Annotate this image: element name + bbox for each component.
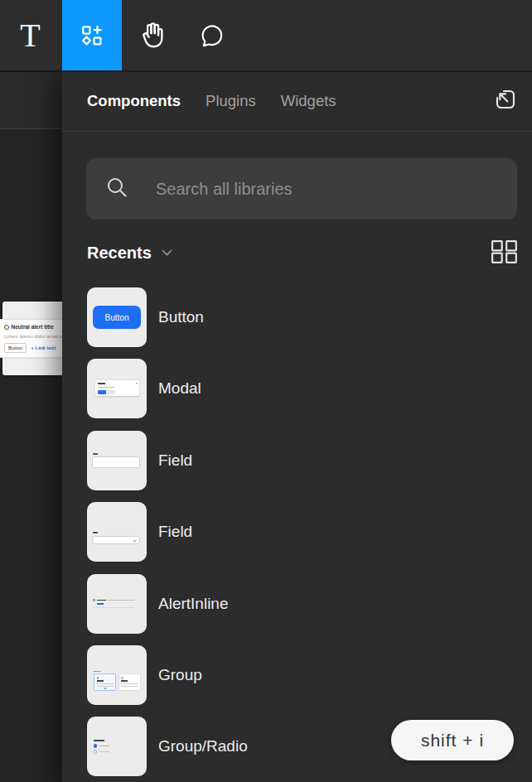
recents-list: Button Button Modal Field bbox=[87, 287, 248, 776]
item-label: Group bbox=[158, 666, 202, 684]
thumb-modal-preview bbox=[95, 380, 139, 396]
list-item-field-select[interactable]: Field bbox=[87, 502, 248, 562]
arrow-up-left-box-icon bbox=[492, 86, 519, 115]
toolbar: T bbox=[0, 0, 532, 70]
list-item-group-radio[interactable]: Group/Radio bbox=[87, 717, 248, 776]
comment-bubble-icon bbox=[199, 22, 226, 49]
search-input[interactable] bbox=[156, 180, 501, 199]
button-component-thumbnail: Button bbox=[87, 287, 147, 347]
group-radio-component-thumbnail bbox=[87, 717, 147, 776]
alert-link: + Link text bbox=[31, 345, 56, 350]
item-label: Button bbox=[158, 308, 204, 326]
figma-window: Neutral alert title Lorem ipsum dolor am… bbox=[0, 0, 532, 782]
list-item-modal[interactable]: Modal bbox=[87, 359, 248, 418]
text-tool-button[interactable]: T bbox=[0, 0, 60, 70]
comment-tool-button[interactable] bbox=[182, 0, 243, 70]
tab-components[interactable]: Components bbox=[87, 92, 181, 110]
group-component-thumbnail bbox=[87, 645, 147, 705]
shortcut-hint-badge: shift + i bbox=[391, 720, 514, 760]
text-tool-icon: T bbox=[20, 19, 40, 52]
item-label: Group/Radio bbox=[158, 737, 248, 755]
list-item-button[interactable]: Button Button bbox=[87, 287, 248, 347]
info-icon bbox=[4, 325, 9, 330]
shortcut-hint-text: shift + i bbox=[421, 731, 484, 751]
item-label: Modal bbox=[158, 379, 201, 398]
tab-plugins[interactable]: Plugins bbox=[206, 92, 256, 110]
item-label: Field bbox=[158, 523, 192, 541]
components-panel: Components Plugins Widgets bbox=[62, 70, 532, 782]
alert-title: Neutral alert title bbox=[12, 324, 54, 330]
components-assets-icon bbox=[80, 23, 104, 48]
section-title: Recents bbox=[87, 244, 152, 263]
modal-component-thumbnail bbox=[87, 359, 147, 418]
panel-header: Components Plugins Widgets bbox=[62, 70, 532, 132]
search-box[interactable] bbox=[86, 158, 517, 220]
chevron-down-icon bbox=[133, 538, 136, 542]
field-component-thumbnail bbox=[87, 431, 147, 490]
radio-selected-icon bbox=[94, 744, 97, 747]
popout-panel-button[interactable] bbox=[491, 86, 520, 116]
assets-tool-button[interactable] bbox=[62, 0, 122, 70]
panel-tabs: Components Plugins Widgets bbox=[87, 92, 336, 110]
grid-view-icon bbox=[491, 240, 517, 266]
alertinline-component-thumbnail bbox=[87, 574, 147, 634]
hand-icon bbox=[137, 20, 167, 51]
search-icon bbox=[104, 175, 156, 203]
list-item-group[interactable]: Group bbox=[87, 645, 248, 705]
tab-widgets[interactable]: Widgets bbox=[281, 92, 336, 110]
section-header: Recents bbox=[62, 239, 532, 267]
thumb-button-preview: Button bbox=[93, 306, 141, 329]
list-item-alertinline[interactable]: AlertInline bbox=[87, 574, 248, 634]
hand-tool-button[interactable] bbox=[122, 0, 182, 70]
item-label: AlertInline bbox=[158, 595, 229, 613]
item-label: Field bbox=[158, 451, 192, 470]
recents-dropdown[interactable]: Recents bbox=[87, 244, 172, 263]
list-item-field[interactable]: Field bbox=[87, 431, 248, 490]
chevron-down-icon bbox=[162, 245, 172, 260]
field-select-component-thumbnail bbox=[87, 502, 147, 562]
radio-unselected-icon bbox=[94, 750, 97, 753]
grid-view-button[interactable] bbox=[491, 240, 517, 266]
alert-button: Button bbox=[4, 343, 27, 353]
